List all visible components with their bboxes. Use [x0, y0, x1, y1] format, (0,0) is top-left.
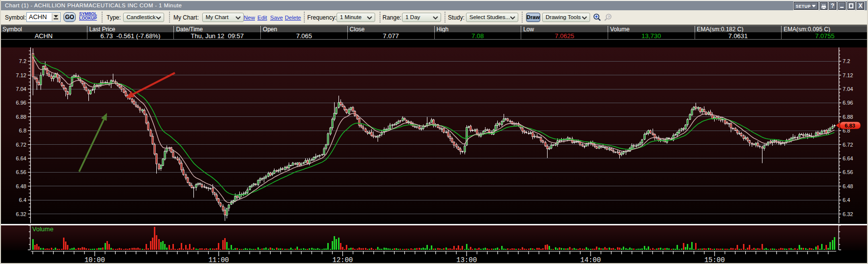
- svg-text:6.88: 6.88: [16, 114, 26, 120]
- svg-text:6.4: 6.4: [19, 197, 26, 203]
- svg-text:7.12: 7.12: [843, 72, 853, 78]
- svg-text:7.04: 7.04: [16, 86, 26, 92]
- svg-text:6.64: 6.64: [843, 155, 853, 161]
- svg-text:6.4: 6.4: [843, 197, 850, 203]
- svg-text:6.48: 6.48: [16, 183, 26, 189]
- svg-text:7.2: 7.2: [843, 58, 850, 64]
- svg-text:7.04: 7.04: [843, 86, 853, 92]
- svg-text:6.64: 6.64: [16, 155, 26, 161]
- svg-text:6.72: 6.72: [843, 142, 853, 148]
- svg-text:6.8: 6.8: [19, 128, 26, 133]
- svg-text:6.56: 6.56: [843, 169, 853, 175]
- svg-text:6.32: 6.32: [843, 211, 853, 217]
- svg-text:6.56: 6.56: [16, 169, 26, 175]
- svg-text:6.48: 6.48: [843, 183, 853, 189]
- svg-text:6.32: 6.32: [16, 211, 26, 217]
- svg-text:6.96: 6.96: [16, 100, 26, 106]
- svg-text:Volume: Volume: [32, 225, 53, 233]
- svg-text:7.12: 7.12: [16, 72, 26, 78]
- svg-text:6.88: 6.88: [843, 114, 853, 120]
- svg-text:6.72: 6.72: [16, 142, 26, 148]
- svg-text:6.83: 6.83: [845, 123, 855, 129]
- svg-text:7.2: 7.2: [19, 58, 26, 64]
- svg-text:6.96: 6.96: [843, 100, 853, 106]
